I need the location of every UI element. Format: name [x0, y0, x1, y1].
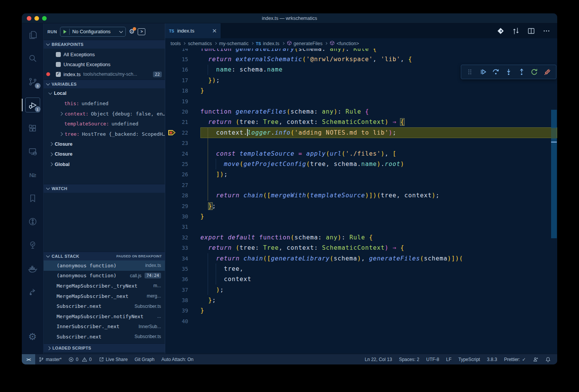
extensions-icon[interactable]: [22, 117, 44, 140]
breadcrumb-item[interactable]: tools: [171, 41, 181, 46]
zoom-window-button[interactable]: [42, 16, 47, 21]
line-number[interactable]: 18: [165, 88, 188, 94]
remote-explorer-icon[interactable]: [22, 140, 44, 163]
tab-index-ts[interactable]: TS index.ts ✕: [165, 23, 221, 38]
line-content[interactable]: [200, 316, 557, 326]
problems-item[interactable]: 0 0: [65, 354, 95, 364]
step-into-icon[interactable]: [503, 67, 514, 77]
git-branch-item[interactable]: master*: [35, 354, 65, 364]
line-content[interactable]: function generateLibrary(schema: any): R…: [200, 49, 557, 54]
code-line[interactable]: 32export default function(schema: any): …: [165, 232, 557, 242]
ts-version-item[interactable]: 3.8.3: [483, 354, 501, 364]
debug-console-icon[interactable]: >: [138, 28, 145, 35]
line-number[interactable]: 24: [165, 151, 188, 157]
code-line[interactable]: 25 move(getProjectConfig(tree, schema.na…: [165, 159, 557, 169]
nx-console-icon[interactable]: N≥: [22, 163, 44, 187]
code-line[interactable]: 35 tree,: [165, 264, 557, 274]
checkbox-checked[interactable]: [56, 72, 61, 77]
line-number[interactable]: 32: [165, 234, 188, 241]
chevron-right-icon[interactable]: [59, 132, 63, 136]
open-changes-icon[interactable]: [497, 27, 504, 35]
line-content[interactable]: };: [200, 201, 557, 211]
live-share-item[interactable]: Live Share: [95, 354, 131, 364]
line-content[interactable]: [200, 222, 557, 232]
compare-changes-icon[interactable]: [512, 27, 520, 35]
scrollbar[interactable]: [551, 49, 557, 354]
breadcrumb-item[interactable]: generateFiles: [287, 41, 323, 47]
chevron-right-icon[interactable]: [49, 163, 53, 166]
line-number[interactable]: 31: [165, 224, 188, 230]
chevron-right-icon[interactable]: [59, 112, 63, 115]
variables-section-header[interactable]: VARIABLES: [44, 80, 165, 88]
chevron-right-icon[interactable]: [49, 142, 53, 146]
line-number[interactable]: 14: [165, 49, 188, 52]
line-content[interactable]: };: [200, 295, 557, 305]
line-number[interactable]: 36: [165, 276, 188, 282]
line-number[interactable]: 38: [165, 297, 188, 303]
debug-settings-gear-icon[interactable]: ⚙: [129, 28, 135, 35]
code-line[interactable]: 18}: [165, 86, 557, 96]
code-line[interactable]: 19: [165, 96, 557, 106]
line-content[interactable]: return (tree: Tree, context: SchematicCo…: [200, 242, 557, 253]
notifications-bell-item[interactable]: [542, 354, 554, 364]
code-line[interactable]: 37 );: [165, 285, 557, 295]
watch-section-header[interactable]: WATCH: [44, 184, 165, 193]
code-line[interactable]: 39}: [165, 306, 557, 316]
line-number[interactable]: 21: [165, 119, 188, 125]
variable-row[interactable]: Global: [44, 159, 165, 170]
variable-row[interactable]: this:undefined: [44, 99, 165, 109]
line-content[interactable]: }: [200, 86, 557, 96]
line-number[interactable]: 20: [165, 109, 188, 115]
toolbar-drag-handle[interactable]: [465, 67, 475, 77]
code-line[interactable]: 27: [165, 180, 557, 190]
code-line[interactable]: 38 };: [165, 295, 557, 305]
search-icon[interactable]: [22, 47, 44, 70]
call-stack-frame[interactable]: Subscriber.nextSubscriber.ts: [44, 332, 165, 342]
code-line[interactable]: 15 return externalSchematic('@nrwl/works…: [165, 54, 557, 64]
start-debug-icon[interactable]: [63, 30, 67, 34]
continue-icon[interactable]: [478, 67, 488, 77]
code-line[interactable]: 24 const templateSource = apply(url('./f…: [165, 148, 557, 159]
line-content[interactable]: export default function(schema: any): Ru…: [200, 232, 557, 242]
variable-row[interactable]: Closure: [44, 149, 165, 159]
line-number[interactable]: 15: [165, 56, 188, 62]
line-content[interactable]: }: [200, 211, 557, 221]
code-line[interactable]: 36 context: [165, 274, 557, 285]
eol-item[interactable]: LF: [443, 354, 455, 364]
more-actions-icon[interactable]: [543, 27, 550, 35]
line-content[interactable]: [200, 180, 557, 190]
checkbox-unchecked[interactable]: [56, 62, 61, 67]
line-content[interactable]: [200, 96, 557, 106]
variable-row[interactable]: templateSource:undefined: [44, 119, 165, 129]
docker-icon[interactable]: [22, 257, 44, 280]
remote-indicator[interactable]: ><: [22, 354, 35, 364]
line-content[interactable]: context: [200, 274, 557, 285]
restart-icon[interactable]: [529, 67, 540, 77]
line-number[interactable]: 25: [165, 161, 188, 167]
step-over-icon[interactable]: [490, 67, 501, 77]
line-number[interactable]: 28: [165, 192, 188, 198]
line-number[interactable]: 37: [165, 287, 188, 293]
disconnect-icon[interactable]: [542, 67, 553, 77]
breakpoint-paused-arrow-icon[interactable]: [168, 130, 176, 135]
line-content[interactable]: function generateFiles(schema: any): Rul…: [200, 106, 557, 117]
language-mode-item[interactable]: TypeScript: [455, 354, 484, 364]
close-window-button[interactable]: [27, 16, 31, 21]
code-line[interactable]: 21 return (tree: Tree, context: Schemati…: [165, 117, 557, 127]
breadcrumb-item[interactable]: TSindex.ts: [256, 41, 280, 46]
code-line[interactable]: 31: [165, 222, 557, 232]
code-line[interactable]: 26 ]);: [165, 169, 557, 180]
line-content[interactable]: context.logger.info('adding NOTES.md to …: [200, 127, 557, 138]
line-content[interactable]: return chain([mergeWith(templateSource)]…: [200, 190, 557, 200]
indentation-item[interactable]: Spaces: 2: [395, 354, 423, 364]
line-content[interactable]: return externalSchematic('@nrwl/workspac…: [200, 54, 557, 64]
explorer-icon[interactable]: [22, 23, 44, 47]
minimize-window-button[interactable]: [34, 16, 39, 21]
line-content[interactable]: ]);: [200, 169, 557, 180]
line-number[interactable]: 27: [165, 182, 188, 188]
call-stack-section-header[interactable]: CALL STACK PAUSED ON BREAKPOINT: [44, 252, 165, 260]
code-line[interactable]: 33 return (tree: Tree, context: Schemati…: [165, 242, 557, 253]
breadcrumb-item[interactable]: schematics: [188, 41, 212, 46]
checkbox-unchecked[interactable]: [56, 52, 61, 57]
line-number[interactable]: 39: [165, 307, 188, 314]
